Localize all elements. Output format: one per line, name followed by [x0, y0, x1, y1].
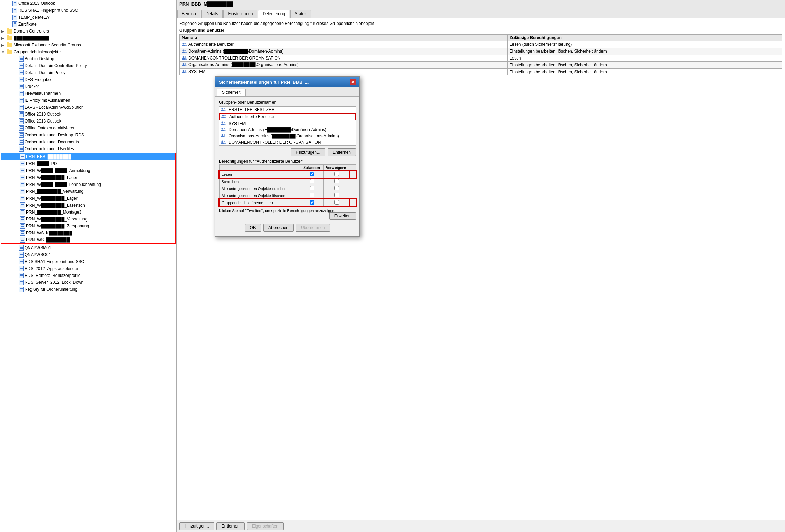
allow-checkbox-gruppenrichtlinie[interactable]	[301, 199, 324, 206]
perm-name-alleErstellen: Alle untergeordneten Objekte erstellen	[219, 185, 301, 192]
svg-point-20	[222, 141, 223, 142]
erweitert-section: Klicken Sie auf "Erweitert", um speziell…	[219, 209, 356, 213]
user-icon-auth	[221, 114, 227, 119]
user-item-domaenen[interactable]: Domänen-Admins (E████████\Domänen-Admins…	[219, 127, 356, 133]
allow-input-lesen[interactable]	[310, 172, 314, 176]
svg-point-12	[222, 115, 224, 117]
user-icon-system	[221, 121, 226, 126]
allow-checkbox-schreiben[interactable]	[301, 178, 324, 185]
user-item-auth[interactable]: Authentifizierte Benutzer	[219, 113, 356, 120]
perm-row-schreiben: Schreiben	[219, 178, 356, 185]
svg-point-11	[224, 108, 225, 109]
user-label-auth: Authentifizierte Benutzer	[229, 114, 275, 119]
security-dialog: Sicherheitseinstellungen für PRN_BBB_...…	[215, 76, 360, 237]
deny-input-schreiben[interactable]	[334, 179, 339, 183]
dialog-entfernen-button[interactable]: Entfernen	[328, 148, 356, 156]
dialog-bottom-ok-button[interactable]: OK	[245, 224, 261, 232]
user-label-organisations: Organisations-Admins (████████\Organisat…	[229, 134, 339, 138]
perm-row-alleErstellen: Alle untergeordneten Objekte erstellen	[219, 185, 356, 192]
dialog-title-text: Sicherheitseinstellungen für PRN_BBB_...	[219, 80, 309, 85]
user-icon-domaenen	[221, 127, 226, 132]
perm-table: ZulassenVerweigernLesenSchreibenAlle unt…	[219, 164, 356, 207]
svg-point-13	[224, 115, 226, 116]
perm-row-gruppenrichtlinie: Gruppenrichtlinie übernehmen	[219, 199, 356, 206]
dialog-tab-security[interactable]: Sicherheit	[217, 89, 246, 96]
allow-input-gruppenrichtlinie[interactable]	[310, 200, 314, 205]
deny-checkbox-schreiben[interactable]	[323, 178, 350, 185]
allow-checkbox-alleLoschen[interactable]	[301, 192, 324, 199]
erweitert-text: Klicken Sie auf "Erweitert", um speziell…	[219, 209, 336, 213]
user-label-system: SYSTEM	[229, 121, 246, 126]
deny-input-alleErstellen[interactable]	[334, 186, 339, 190]
perm-name-gruppenrichtlinie: Gruppenrichtlinie übernehmen	[219, 199, 301, 206]
user-label-ersteller: ERSTELLER-BESITZER	[229, 107, 275, 112]
dialog-hinzufuegen-button[interactable]: Hinzufügen...	[291, 148, 325, 156]
deny-input-alleLoschen[interactable]	[334, 193, 339, 197]
svg-point-18	[222, 134, 223, 136]
allow-input-alleErstellen[interactable]	[310, 186, 314, 190]
dialog-bottom-uebernehmen-button[interactable]: Übernehmen	[296, 224, 330, 232]
allow-checkbox-lesen[interactable]	[301, 171, 324, 178]
dialog-close-button[interactable]: ✕	[350, 79, 356, 85]
erweitert-button[interactable]: Erweitert	[329, 212, 356, 220]
user-item-dc[interactable]: DOMÄNENCONTROLLER DER ORGANISATION	[219, 139, 356, 145]
deny-checkbox-alleErstellen[interactable]	[323, 185, 350, 192]
user-item-system[interactable]: SYSTEM	[219, 120, 356, 127]
dialog-tab-bar: Sicherheit	[215, 87, 359, 97]
deny-checkbox-alleLoschen[interactable]	[323, 192, 350, 199]
user-icon-dc	[221, 140, 226, 145]
perm-row-lesen: Lesen	[219, 171, 356, 178]
dialog-action-buttons: Hinzufügen...Entfernen	[219, 148, 356, 156]
user-label-dc: DOMÄNENCONTROLLER DER ORGANISATION	[229, 140, 321, 145]
users-section-label: Gruppen- oder Benutzernamen:	[219, 100, 356, 105]
svg-point-14	[222, 122, 223, 124]
svg-point-19	[224, 134, 225, 136]
permissions-section: Berechtigungen für "Authentifizierte Ben…	[219, 159, 356, 207]
deny-checkbox-gruppenrichtlinie[interactable]	[323, 199, 350, 206]
deny-input-gruppenrichtlinie[interactable]	[334, 200, 339, 205]
svg-point-15	[224, 122, 225, 123]
dialog-bottom-abbrechen-button[interactable]: Abbrechen	[263, 224, 294, 232]
user-label-domaenen: Domänen-Admins (E████████\Domänen-Admins…	[229, 127, 327, 132]
dialog-bottom-buttons: OKAbbrechenÜbernehmen	[219, 221, 356, 233]
dialog-body: Gruppen- oder Benutzernamen: ERSTELLER-B…	[215, 97, 359, 236]
svg-point-16	[222, 128, 223, 130]
dialog-overlay: Sicherheitseinstellungen für PRN_BBB_...…	[0, 0, 785, 532]
perm-section-header: Berechtigungen für "Authentifizierte Ben…	[219, 159, 356, 164]
user-item-ersteller[interactable]: ERSTELLER-BESITZER	[219, 107, 356, 113]
deny-input-lesen[interactable]	[334, 172, 339, 176]
user-list: ERSTELLER-BESITZERAuthentifizierte Benut…	[219, 106, 356, 146]
perm-name-lesen: Lesen	[219, 171, 301, 178]
user-icon-organisations	[221, 134, 226, 138]
deny-checkbox-lesen[interactable]	[323, 171, 350, 178]
perm-label-col	[219, 165, 301, 171]
perm-col-zulassen: Zulassen	[301, 165, 324, 171]
user-item-organisations[interactable]: Organisations-Admins (████████\Organisat…	[219, 133, 356, 139]
svg-point-21	[224, 141, 225, 142]
perm-col-verweigern: Verweigern	[323, 165, 350, 171]
perm-row-alleLoschen: Alle untergeordneten Objekte löschen	[219, 192, 356, 199]
allow-input-alleLoschen[interactable]	[310, 193, 314, 197]
svg-point-17	[224, 128, 225, 129]
user-icon-ersteller	[221, 107, 226, 112]
allow-checkbox-alleErstellen[interactable]	[301, 185, 324, 192]
svg-point-10	[222, 108, 223, 110]
perm-name-schreiben: Schreiben	[219, 178, 301, 185]
perm-name-alleLoschen: Alle untergeordneten Objekte löschen	[219, 192, 301, 199]
dialog-title-bar: Sicherheitseinstellungen für PRN_BBB_...…	[215, 77, 359, 87]
allow-input-schreiben[interactable]	[310, 179, 314, 183]
